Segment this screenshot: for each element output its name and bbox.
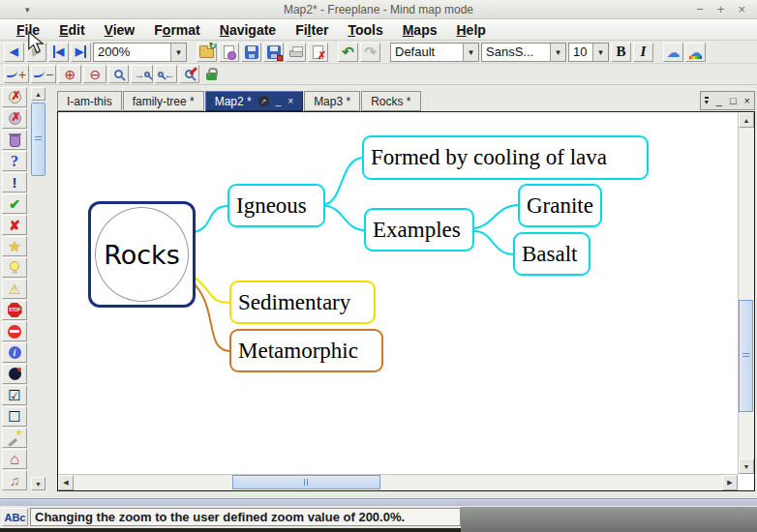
menu-edit[interactable]: Edit [50, 21, 93, 39]
scrollbar-thumb[interactable] [232, 475, 380, 489]
scroll-left-button[interactable]: ◀ [58, 475, 74, 490]
font-family-combobox[interactable]: SansS... ▾ [481, 43, 566, 62]
scroll-down-button[interactable]: ▼ [739, 458, 754, 474]
frame-close-icon[interactable]: × [744, 93, 750, 108]
frame-minimize-icon[interactable]: _ [716, 93, 722, 108]
icon-closed-button[interactable] [2, 321, 27, 341]
scroll-up-button[interactable]: ▲ [31, 87, 45, 101]
icon-idea-button[interactable] [2, 257, 27, 278]
icon-home-button[interactable]: ⌂ [2, 449, 27, 469]
node-sedimentary[interactable]: Sedimentary [229, 281, 376, 324]
chevron-down-icon[interactable]: ▾ [463, 44, 478, 61]
tab-i-am-this[interactable]: I-am-this [57, 91, 122, 111]
spellcheck-button[interactable]: ABc [2, 508, 28, 526]
next-map-button[interactable]: ▶ [71, 43, 91, 62]
tab-close-icon[interactable]: × [288, 97, 293, 106]
scrollbar-thumb[interactable] [31, 103, 45, 176]
chevron-down-icon[interactable]: ▾ [550, 44, 565, 61]
next-presentation-button[interactable]: → [131, 65, 153, 83]
close-button[interactable]: × [738, 1, 745, 18]
node-igneous[interactable]: Igneous [227, 184, 325, 227]
save-map-button[interactable] [241, 43, 261, 62]
menu-view[interactable]: View [96, 21, 144, 39]
menu-format[interactable]: Format [145, 21, 208, 39]
horizontal-scrollbar[interactable]: ◀ ▶ [58, 474, 738, 490]
tab-map3[interactable]: Map3 * [304, 91, 360, 111]
previous-presentation-button[interactable]: ← [155, 65, 177, 83]
save-all-button[interactable] [263, 43, 284, 62]
undo-button[interactable]: ↶ [338, 43, 358, 62]
frame-restore-icon[interactable]: □ [730, 93, 737, 108]
icon-toolbar-scrollbar[interactable]: ▲ ▼ [29, 85, 47, 498]
tab-float-icon[interactable]: ↗ [258, 96, 269, 106]
node-basalt[interactable]: Basalt [513, 232, 590, 276]
lock-button[interactable] [201, 65, 222, 83]
new-map-button[interactable] [219, 43, 239, 62]
node-metamorphic[interactable]: Metamorphic [229, 329, 383, 372]
checked-box-icon: ☑ [8, 387, 20, 404]
node-rocks[interactable]: Rocks [88, 201, 196, 308]
zoom-combobox[interactable]: 200% ▾ [93, 43, 187, 62]
fold-all-button[interactable]: ⊖ [83, 65, 106, 83]
chevron-down-icon[interactable]: ▾ [592, 44, 608, 61]
trash-button[interactable] [2, 130, 27, 150]
style-combobox[interactable]: Default ▾ [390, 43, 479, 62]
scroll-right-button[interactable]: ▶ [722, 475, 738, 490]
collapse-icon[interactable]: ▾ [705, 97, 709, 105]
new-child-node-button[interactable]: + [4, 65, 29, 83]
icon-bomb-button[interactable] [2, 364, 27, 384]
menu-file[interactable]: File [8, 21, 48, 39]
icon-ok-button[interactable]: ✔ [2, 193, 27, 214]
menu-help[interactable]: Help [447, 21, 494, 39]
bold-button[interactable]: B [611, 43, 631, 62]
vertical-scrollbar[interactable]: ▲ ▼ [738, 112, 754, 474]
menu-tools[interactable]: Tools [339, 21, 391, 39]
tab-map2-active[interactable]: Map2 * ↗ _ × [205, 91, 303, 111]
node-examples[interactable]: Examples [364, 208, 474, 251]
scrollbar-thumb[interactable] [739, 300, 753, 412]
font-size-combobox[interactable]: 10 ▾ [568, 43, 609, 62]
menu-filter[interactable]: Filter [287, 21, 337, 39]
italic-button[interactable]: I [633, 43, 653, 62]
cloud-color-button[interactable]: ☁ [685, 43, 706, 62]
icon-checked-button[interactable]: ☑ [2, 385, 27, 405]
chevron-down-icon[interactable]: ▾ [170, 44, 186, 61]
node-formed-by-cooling[interactable]: Formed by cooling of lava [362, 135, 649, 180]
minimize-button[interactable]: − [696, 1, 704, 18]
open-map-button[interactable] [197, 43, 217, 62]
unfold-all-button[interactable]: ⊕ [58, 65, 81, 83]
icon-stop-button[interactable]: STOP [2, 300, 27, 320]
icon-info-button[interactable]: i [2, 342, 27, 363]
node-granite[interactable]: Granite [518, 184, 602, 227]
scroll-down-button[interactable]: ▼ [31, 477, 45, 490]
icon-help-button[interactable]: ? [2, 151, 27, 171]
tab-minimize-icon[interactable]: _ [276, 97, 282, 106]
show-selection-button[interactable] [108, 65, 129, 83]
plus-icon: + [18, 67, 26, 82]
icon-star-button[interactable]: ★ [2, 236, 27, 256]
history-back-button[interactable]: ◀ [4, 43, 24, 62]
menu-navigate[interactable]: Navigate [211, 21, 285, 39]
delete-node-button[interactable]: − [31, 65, 56, 83]
maximize-button[interactable]: + [717, 1, 725, 18]
icon-wand-button[interactable]: ★ [2, 428, 27, 448]
icon-warning-button[interactable]: ⚠ [2, 279, 27, 299]
icon-important-button[interactable]: ! [2, 172, 27, 192]
cloud-button[interactable]: ☁ [663, 43, 683, 62]
icon-music-button[interactable]: ♫ [2, 470, 27, 490]
edit-filter-button[interactable] [179, 65, 199, 83]
redo-button[interactable]: ↷ [360, 43, 380, 62]
icon-not-ok-button[interactable]: ✘ [2, 215, 27, 235]
print-button[interactable] [286, 43, 306, 62]
map-canvas[interactable]: Rocks Igneous Formed by cooling of lava … [58, 112, 738, 474]
history-forward-button[interactable]: ▶ [26, 43, 46, 62]
menu-maps[interactable]: Maps [394, 21, 446, 39]
tab-rocks[interactable]: Rocks * [361, 91, 420, 111]
remove-all-icons-button[interactable]: ✗ [2, 108, 27, 129]
previous-map-button[interactable]: ◀ [48, 43, 69, 62]
tab-family-tree[interactable]: family-tree * [123, 91, 204, 111]
scroll-up-button[interactable]: ▲ [739, 112, 754, 128]
remove-last-icon-button[interactable]: ✗ [2, 87, 27, 107]
close-map-button[interactable]: ✗ [308, 43, 328, 62]
icon-unchecked-button[interactable]: ☐ [2, 406, 27, 427]
